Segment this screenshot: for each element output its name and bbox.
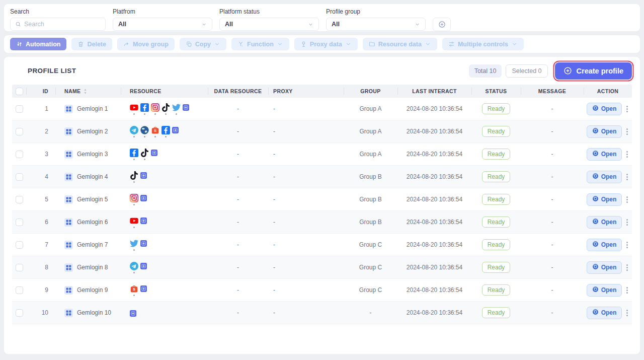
open-button[interactable]: Open bbox=[587, 103, 622, 115]
row-message: - bbox=[521, 151, 584, 158]
open-button[interactable]: Open bbox=[587, 148, 622, 161]
row-name[interactable]: Gemlogin 10 bbox=[55, 309, 121, 317]
row-group: - bbox=[344, 309, 397, 316]
add-resource-button[interactable] bbox=[140, 239, 147, 247]
add-resource-button[interactable] bbox=[183, 103, 189, 111]
row-checkbox[interactable] bbox=[16, 105, 23, 113]
facebook-icon[interactable] bbox=[140, 103, 149, 115]
function-button[interactable]: Function bbox=[231, 38, 289, 50]
row-data-resource: - bbox=[208, 286, 268, 294]
select-all-checkbox[interactable] bbox=[16, 88, 23, 95]
row-name[interactable]: Gemlogin 1 bbox=[55, 105, 121, 113]
kebab-menu-icon[interactable] bbox=[625, 308, 629, 318]
shopee-icon[interactable]: S bbox=[130, 284, 138, 296]
youtube-icon[interactable] bbox=[130, 217, 138, 228]
row-name[interactable]: Gemlogin 7 bbox=[55, 241, 121, 249]
row-name[interactable]: Gemlogin 5 bbox=[55, 195, 121, 204]
open-button[interactable]: Open bbox=[587, 239, 622, 251]
platform-label: Platfrom bbox=[113, 8, 212, 15]
row-checkbox[interactable] bbox=[16, 173, 23, 181]
profile-name: Gemlogin 7 bbox=[77, 241, 108, 248]
row-checkbox[interactable] bbox=[16, 241, 23, 249]
row-name[interactable]: Gemlogin 3 bbox=[55, 150, 121, 159]
delete-button[interactable]: Delete bbox=[71, 38, 112, 50]
twitter-icon[interactable] bbox=[130, 239, 138, 251]
add-resource-button[interactable] bbox=[140, 171, 147, 179]
filter-bar: Search Platfrom All Platform status All … bbox=[4, 4, 640, 31]
platform-select[interactable]: All bbox=[113, 18, 212, 31]
row-message: - bbox=[521, 264, 584, 271]
tiktok-icon[interactable] bbox=[162, 103, 170, 115]
create-profile-button[interactable]: Create profile bbox=[555, 62, 632, 80]
profile-grid-icon bbox=[64, 263, 73, 272]
add-resource-button[interactable] bbox=[151, 149, 157, 156]
kebab-menu-icon[interactable] bbox=[625, 172, 629, 182]
instagram-icon[interactable] bbox=[130, 194, 138, 205]
kebab-menu-icon[interactable] bbox=[625, 240, 629, 250]
search-input[interactable] bbox=[24, 21, 101, 28]
kebab-menu-icon[interactable] bbox=[625, 150, 629, 159]
row-message: - bbox=[521, 241, 584, 248]
telegram-icon[interactable] bbox=[130, 126, 138, 137]
add-resource-button[interactable] bbox=[140, 284, 147, 292]
add-resource-button[interactable] bbox=[172, 126, 179, 133]
facebook-icon[interactable] bbox=[130, 149, 138, 160]
kebab-menu-icon[interactable] bbox=[625, 104, 629, 114]
column-id: ID bbox=[26, 85, 55, 98]
row-checkbox[interactable] bbox=[16, 286, 23, 294]
chevron-down-icon bbox=[308, 22, 313, 27]
add-resource-button[interactable] bbox=[140, 194, 147, 201]
open-button[interactable]: Open bbox=[587, 284, 622, 297]
kebab-menu-icon[interactable] bbox=[625, 195, 629, 204]
row-checkbox[interactable] bbox=[16, 196, 23, 203]
row-checkbox[interactable] bbox=[16, 264, 23, 271]
row-name[interactable]: Gemlogin 9 bbox=[55, 286, 121, 295]
table-row: 10 Gemlogin 10 - - - 2024-08-20 10:36:54… bbox=[12, 302, 632, 324]
instagram-icon[interactable] bbox=[151, 103, 159, 115]
row-name[interactable]: Gemlogin 4 bbox=[55, 173, 121, 181]
add-resource-button[interactable] bbox=[140, 217, 147, 224]
row-checkbox[interactable] bbox=[16, 128, 23, 135]
add-resource-button[interactable] bbox=[130, 309, 136, 317]
tiktok-icon[interactable] bbox=[130, 171, 138, 183]
add-group-button[interactable] bbox=[433, 18, 451, 31]
add-resource-button[interactable] bbox=[140, 262, 147, 269]
open-button[interactable]: Open bbox=[587, 171, 622, 183]
resource-data-button[interactable]: Resource data bbox=[363, 38, 437, 50]
kebab-menu-icon[interactable] bbox=[625, 263, 629, 272]
profile-grid-icon bbox=[64, 150, 73, 159]
globe-icon[interactable] bbox=[140, 126, 149, 137]
youtube-icon[interactable] bbox=[130, 103, 138, 115]
row-checkbox[interactable] bbox=[16, 309, 23, 317]
open-button[interactable]: Open bbox=[587, 216, 622, 229]
tiktok-icon[interactable] bbox=[140, 149, 149, 160]
profile-grid-icon bbox=[64, 127, 73, 136]
row-id: 9 bbox=[26, 286, 55, 294]
table-header: ID NAME RESOURCE DATA RESOURCE PROXY GRO… bbox=[12, 85, 632, 98]
copy-button[interactable]: Copy bbox=[180, 38, 226, 50]
move-group-button[interactable]: Move group bbox=[117, 38, 175, 50]
kebab-menu-icon[interactable] bbox=[625, 218, 629, 227]
open-button[interactable]: Open bbox=[587, 193, 622, 206]
row-checkbox[interactable] bbox=[16, 219, 23, 226]
open-button[interactable]: Open bbox=[587, 307, 622, 319]
row-name[interactable]: Gemlogin 8 bbox=[55, 263, 121, 272]
column-name[interactable]: NAME bbox=[55, 85, 121, 98]
open-button[interactable]: Open bbox=[587, 125, 622, 138]
platform-status-select[interactable]: All bbox=[219, 18, 319, 31]
chevron-down-icon bbox=[214, 41, 220, 47]
twitter-icon[interactable] bbox=[172, 103, 181, 115]
proxy-data-button[interactable]: Proxy data bbox=[294, 38, 358, 50]
kebab-menu-icon[interactable] bbox=[625, 127, 629, 136]
multiple-controls-button[interactable]: Multiple controls bbox=[442, 38, 524, 50]
telegram-icon[interactable] bbox=[130, 262, 138, 273]
row-checkbox[interactable] bbox=[16, 151, 23, 158]
profile-group-select[interactable]: All bbox=[326, 18, 426, 31]
facebook-icon[interactable] bbox=[162, 126, 170, 137]
row-name[interactable]: Gemlogin 6 bbox=[55, 218, 121, 227]
automation-button[interactable]: Automation bbox=[10, 38, 66, 50]
kebab-menu-icon[interactable] bbox=[625, 285, 629, 295]
shopee-icon[interactable]: S bbox=[151, 126, 159, 137]
open-button[interactable]: Open bbox=[587, 261, 622, 274]
row-name[interactable]: Gemlogin 2 bbox=[55, 127, 121, 136]
